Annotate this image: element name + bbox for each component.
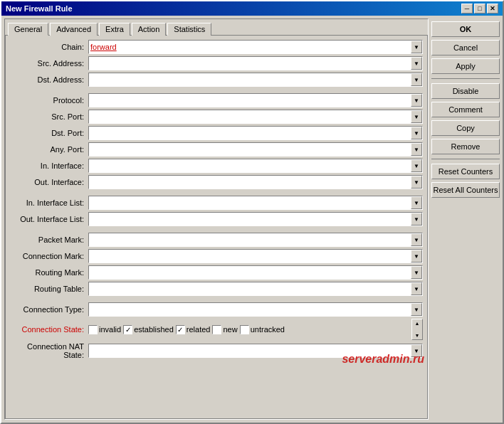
routing-table-label: Routing Table:	[10, 285, 88, 293]
packet-mark-arrow[interactable]: ▼	[411, 233, 422, 246]
checkbox-related-box[interactable]: ✓	[176, 325, 185, 334]
window-title: New Firewall Rule	[6, 4, 73, 13]
routing-table-input[interactable]: ▼	[88, 282, 423, 296]
reset-counters-button[interactable]: Reset Counters	[431, 164, 500, 179]
src-port-label: Src. Port:	[10, 112, 88, 121]
connection-mark-label: Connection Mark:	[10, 252, 88, 260]
connection-mark-row: Connection Mark: ▼	[10, 249, 423, 263]
apply-button[interactable]: Apply	[431, 58, 500, 74]
src-address-arrow[interactable]: ▼	[411, 57, 422, 70]
window-controls: ─ □ ✕	[461, 4, 498, 14]
dst-address-label: Dst. Address:	[10, 75, 88, 84]
any-port-arrow[interactable]: ▼	[411, 143, 422, 156]
src-port-row: Src. Port: ▼	[10, 110, 423, 124]
in-interface-arrow[interactable]: ▼	[411, 159, 422, 172]
connection-mark-input[interactable]: ▼	[88, 249, 423, 263]
cancel-button[interactable]: Cancel	[431, 40, 500, 55]
ok-button[interactable]: OK	[431, 21, 500, 37]
out-interface-input[interactable]: ▼	[88, 175, 423, 189]
connection-type-label: Connection Type:	[10, 305, 88, 314]
checkbox-established: ✓ established	[123, 325, 174, 334]
in-interface-list-input[interactable]: ▼	[88, 196, 423, 210]
packet-mark-label: Packet Mark:	[10, 235, 88, 244]
dst-port-input[interactable]: ▼	[88, 126, 423, 140]
out-interface-arrow[interactable]: ▼	[411, 176, 422, 189]
out-interface-label: Out. Interface:	[10, 178, 88, 186]
out-interface-list-label: Out. Interface List:	[10, 215, 88, 223]
connection-state-row: Connection State: invalid ✓ established	[10, 319, 423, 340]
src-port-arrow[interactable]: ▼	[411, 110, 422, 123]
checkbox-established-label: established	[134, 325, 174, 334]
protocol-arrow[interactable]: ▼	[411, 94, 422, 107]
firewall-rule-window: New Firewall Rule ─ □ ✕ General Advanced…	[0, 0, 504, 424]
chain-value: forward	[89, 43, 411, 51]
dst-port-row: Dst. Port: ▼	[10, 126, 423, 140]
checkbox-established-box[interactable]: ✓	[123, 325, 132, 334]
checkbox-related-label: related	[187, 325, 211, 334]
checkbox-invalid-box[interactable]	[88, 325, 98, 334]
checkbox-new: new	[212, 325, 237, 334]
connection-state-scrollbar[interactable]: ▲ ▼	[411, 319, 423, 340]
dst-address-arrow[interactable]: ▼	[411, 73, 422, 86]
dst-port-label: Dst. Port:	[10, 129, 88, 137]
checkbox-invalid: invalid	[88, 325, 121, 334]
in-interface-list-label: In. Interface List:	[10, 198, 88, 207]
maximize-button[interactable]: □	[474, 4, 485, 14]
tab-bar: General Advanced Extra Action Statistics	[5, 19, 428, 35]
checkbox-untracked-box[interactable]	[240, 325, 249, 334]
any-port-input[interactable]: ▼	[88, 142, 423, 157]
connection-type-row: Connection Type: ▼	[10, 302, 423, 317]
connection-state-label: Connection State:	[10, 325, 88, 334]
protocol-row: Protocol: ▼	[10, 93, 423, 107]
checkbox-new-box[interactable]	[212, 325, 221, 334]
src-port-input[interactable]: ▼	[88, 110, 423, 124]
routing-mark-arrow[interactable]: ▼	[411, 266, 422, 279]
routing-mark-label: Routing Mark:	[10, 268, 88, 277]
tab-advanced[interactable]: Advanced	[50, 23, 98, 36]
src-address-input[interactable]: ▼	[88, 56, 423, 70]
tab-action[interactable]: Action	[132, 23, 167, 36]
routing-mark-row: Routing Mark: ▼	[10, 265, 423, 280]
minimize-button[interactable]: ─	[461, 4, 473, 14]
routing-mark-input[interactable]: ▼	[88, 265, 423, 280]
connection-nat-state-arrow[interactable]: ▼	[411, 344, 422, 357]
tab-general[interactable]: General	[8, 23, 48, 36]
tab-statistics[interactable]: Statistics	[167, 23, 211, 36]
chain-row: Chain: forward ▼	[10, 40, 423, 54]
routing-table-arrow[interactable]: ▼	[411, 282, 422, 295]
reset-all-counters-button[interactable]: Reset All Counters	[431, 182, 500, 198]
out-interface-list-input[interactable]: ▼	[88, 212, 423, 226]
main-content: General Advanced Extra Action Statistics…	[1, 16, 503, 423]
chain-dropdown-arrow[interactable]: ▼	[411, 41, 422, 53]
packet-mark-row: Packet Mark: ▼	[10, 233, 423, 247]
checkbox-untracked: untracked	[240, 325, 285, 334]
connection-type-input[interactable]: ▼	[88, 302, 423, 317]
close-button[interactable]: ✕	[487, 4, 498, 14]
out-interface-row: Out. Interface: ▼	[10, 175, 423, 189]
connection-nat-state-input[interactable]: ▼	[88, 344, 423, 358]
tab-content-general: Chain: forward ▼ Src. Address: ▼	[5, 35, 428, 419]
in-interface-list-arrow[interactable]: ▼	[411, 196, 422, 209]
connection-type-arrow[interactable]: ▼	[411, 303, 422, 316]
packet-mark-input[interactable]: ▼	[88, 233, 423, 247]
routing-table-row: Routing Table: ▼	[10, 282, 423, 296]
separator-2	[431, 159, 500, 159]
checkbox-untracked-label: untracked	[251, 325, 285, 334]
dst-address-input[interactable]: ▼	[88, 73, 423, 87]
comment-button[interactable]: Comment	[431, 102, 500, 117]
dst-port-arrow[interactable]: ▼	[411, 127, 422, 139]
connection-mark-arrow[interactable]: ▼	[411, 250, 422, 263]
tab-extra[interactable]: Extra	[99, 23, 130, 36]
src-address-label: Src. Address:	[10, 59, 88, 68]
out-interface-list-arrow[interactable]: ▼	[411, 213, 422, 226]
in-interface-input[interactable]: ▼	[88, 159, 423, 173]
disable-button[interactable]: Disable	[431, 83, 500, 99]
protocol-input[interactable]: ▼	[88, 93, 423, 107]
connection-state-checkboxes: invalid ✓ established ✓ related	[88, 325, 285, 334]
connection-nat-state-label: Connection NAT State:	[10, 342, 88, 359]
copy-button[interactable]: Copy	[431, 120, 500, 136]
any-port-label: Any. Port:	[10, 145, 88, 154]
out-interface-list-row: Out. Interface List: ▼	[10, 212, 423, 226]
chain-input[interactable]: forward ▼	[88, 40, 423, 54]
remove-button[interactable]: Remove	[431, 139, 500, 154]
